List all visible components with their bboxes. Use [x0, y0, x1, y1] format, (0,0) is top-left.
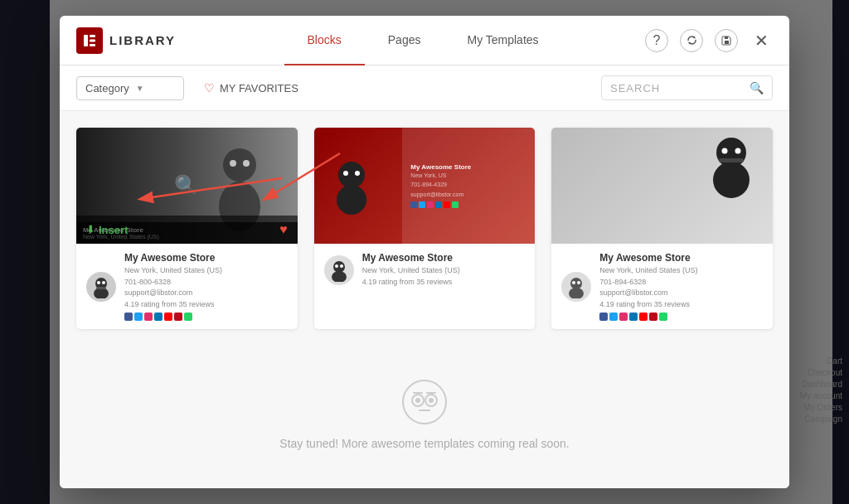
instagram-icon — [144, 313, 153, 321]
library-modal: LIBRARY Blocks Pages My Templates ? — [60, 16, 789, 488]
card-preview-2: My Awesome Store New York, US701-894-432… — [314, 128, 536, 244]
svg-point-9 — [243, 160, 250, 167]
svg-point-15 — [338, 162, 365, 188]
svg-point-17 — [343, 171, 348, 176]
card-3-text: My Awesome Store New York, United States… — [599, 252, 763, 321]
svg-point-32 — [403, 380, 446, 424]
heart-icon: ♡ — [204, 81, 215, 94]
modal-header: LIBRARY Blocks Pages My Templates ? — [60, 16, 789, 65]
download-icon: ⬇ — [86, 224, 95, 235]
save-button[interactable] — [715, 29, 738, 52]
svg-rect-2 — [90, 39, 95, 41]
svg-point-35 — [415, 398, 420, 403]
insert-button-1[interactable]: ⬇ Insert — [86, 224, 128, 236]
svg-rect-3 — [90, 44, 95, 46]
svg-point-31 — [577, 281, 580, 284]
svg-point-8 — [230, 160, 236, 167]
pinterest-icon — [174, 313, 182, 321]
whatsapp-icon-3 — [659, 313, 667, 321]
svg-rect-27 — [719, 158, 744, 162]
svg-point-19 — [333, 261, 345, 273]
tab-blocks[interactable]: Blocks — [284, 16, 365, 65]
template-card-1[interactable]: My Awesome Store New York, United States… — [76, 128, 298, 329]
empty-state-icon — [401, 379, 448, 425]
card-1-hover-overlay: ⬇ Insert ♥ — [76, 216, 298, 244]
tab-pages[interactable]: Pages — [365, 16, 444, 65]
search-box: 🔍 — [601, 75, 773, 100]
svg-point-16 — [337, 185, 366, 215]
pinterest-icon-3 — [649, 313, 657, 321]
facebook-icon — [124, 313, 133, 321]
search-input[interactable] — [610, 82, 750, 94]
svg-point-6 — [223, 148, 256, 182]
modal-content: My Awesome Store New York, United States… — [60, 111, 789, 488]
svg-point-29 — [569, 288, 584, 298]
card-3-social — [599, 313, 763, 321]
library-logo: LIBRARY — [76, 27, 176, 54]
favorites-button[interactable]: ♡ MY FAVORITES — [197, 76, 305, 99]
svg-point-20 — [332, 271, 347, 282]
svg-point-13 — [102, 281, 105, 284]
template-card-3[interactable]: My Awesome Store New York, United States… — [551, 128, 773, 329]
search-icon: 🔍 — [750, 81, 764, 94]
modal-toolbar: Category ▼ ♡ MY FAVORITES 🔍 — [60, 65, 789, 111]
svg-rect-14 — [96, 287, 106, 289]
svg-point-12 — [97, 281, 100, 284]
chevron-down-icon: ▼ — [136, 84, 144, 93]
card-3-avatar — [561, 272, 591, 302]
svg-point-18 — [355, 171, 360, 176]
svg-point-30 — [572, 281, 575, 284]
card-1-info: My Awesome Store New York, United States… — [76, 244, 298, 329]
card-preview-3 — [551, 128, 773, 244]
card-2-avatar — [324, 255, 354, 285]
cards-grid: My Awesome Store New York, United States… — [76, 128, 773, 329]
card-2-info: My Awesome Store New York, United States… — [314, 244, 536, 296]
twitter-icon — [134, 313, 143, 321]
sync-button[interactable] — [680, 29, 703, 52]
youtube-icon — [164, 313, 172, 321]
svg-point-26 — [735, 148, 740, 154]
linkedin-icon-3 — [629, 313, 638, 321]
card-2-text: My Awesome Store New York, United States… — [362, 252, 526, 288]
elementor-logo-icon — [76, 27, 103, 54]
category-dropdown[interactable]: Category ▼ — [76, 76, 184, 100]
facebook-icon-3 — [599, 313, 608, 321]
svg-rect-0 — [84, 35, 88, 46]
header-actions: ? ✕ — [645, 29, 773, 52]
svg-rect-1 — [90, 35, 95, 37]
svg-point-22 — [340, 264, 343, 268]
empty-state: Stay tuned! More awesome templates comin… — [76, 354, 773, 458]
svg-point-25 — [721, 148, 727, 154]
library-title-text: LIBRARY — [109, 33, 176, 47]
svg-rect-4 — [725, 41, 729, 44]
youtube-icon-3 — [639, 313, 648, 321]
help-button[interactable]: ? — [645, 29, 668, 52]
instagram-icon-3 — [619, 313, 628, 321]
close-button[interactable]: ✕ — [750, 29, 773, 52]
card-preview-1: My Awesome Store New York, United States… — [76, 128, 298, 244]
svg-point-24 — [713, 162, 750, 198]
modal-tabs: Blocks Pages My Templates — [201, 16, 645, 65]
card-1-avatar — [86, 272, 116, 302]
template-card-2[interactable]: My Awesome Store New York, US701-894-432… — [314, 128, 536, 329]
card-1-text: My Awesome Store New York, United States… — [124, 252, 288, 321]
twitter-icon-3 — [609, 313, 618, 321]
svg-point-36 — [429, 398, 434, 403]
whatsapp-icon — [184, 313, 192, 321]
svg-rect-5 — [725, 36, 728, 39]
linkedin-icon — [154, 313, 163, 321]
tab-my-templates[interactable]: My Templates — [444, 16, 561, 65]
empty-state-message: Stay tuned! More awesome templates comin… — [279, 437, 569, 450]
favorite-heart-1[interactable]: ♥ — [279, 222, 288, 237]
modal-overlay: LIBRARY Blocks Pages My Templates ? — [0, 0, 849, 504]
card-1-social — [124, 313, 288, 321]
card-3-info: My Awesome Store New York, United States… — [551, 244, 773, 329]
svg-point-28 — [570, 278, 582, 289]
svg-point-21 — [335, 264, 338, 268]
